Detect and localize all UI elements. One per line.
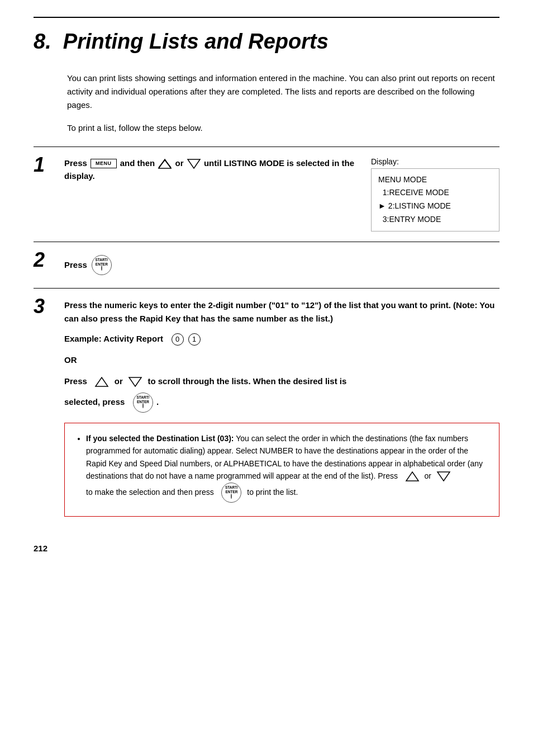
step1-display: Display: MENU MODE 1:RECEIVE MODE ► 2:LI… [371,157,499,231]
start-enter-button[interactable]: START/ENTER [92,255,112,275]
display-line-4: 3:ENTRY MODE [378,213,492,226]
display-line-2: 1:RECEIVE MODE [378,186,492,200]
page-wrapper: 8. Printing Lists and Reports You can pr… [0,0,533,575]
note-box: If you selected the Destination List (03… [64,423,499,517]
step-2: 2 Press START/ENTER [34,242,499,289]
chapter-number: 8. [34,30,51,53]
step-3: 3 Press the numeric keys to enter the 2-… [34,289,499,527]
num-key-1: 1 [188,333,201,346]
scroll-press-label: Press [64,376,87,386]
scroll-down-arrow[interactable] [128,376,142,388]
selected-period: . [156,397,159,407]
or-text: OR [64,353,499,367]
chapter-title: 8. Printing Lists and Reports [34,29,499,55]
menu-btn-label: MENU [96,160,112,167]
num-key-0: 0 [172,333,184,346]
note-list: If you selected the Destination List (03… [86,432,488,503]
start-enter-inner-circle [101,266,102,271]
menu-button[interactable]: MENU [91,159,117,168]
top-rule [34,17,499,18]
note-item-1: If you selected the Destination List (03… [86,432,488,503]
scroll-line: Press or to scrol [64,375,499,388]
step1-instruction: Press MENU and then [64,157,360,183]
display-line-3: ► 2:LISTING MODE [378,200,492,213]
step-1-number: 1 [34,155,64,175]
chapter-title-text: Printing Lists and Reports [63,30,329,53]
scroll-or-text: or [115,376,123,386]
selected-press-label: selected, press [64,397,125,407]
step2-content: Press START/ENTER [64,252,113,278]
selected-press-line: selected, press START/ENTER . [64,393,499,413]
step1-or-text: or [175,158,184,168]
step-3-number: 3 [34,296,64,316]
step1-text: Press MENU and then [64,157,360,183]
intro-paragraph1: You can print lists showing settings and… [67,72,499,112]
note-inner-circle [231,494,232,499]
step-1: 1 Press MENU and then [34,147,499,242]
svg-marker-3 [96,377,108,386]
display-line-1: MENU MODE [378,173,492,187]
down-arrow-button[interactable] [187,158,201,170]
step3-content: Press the numeric keys to enter the 2-di… [64,299,499,517]
note-text-3: to make the selection and then press [86,488,214,497]
note-or-text: or [424,471,431,480]
step-2-number: 2 [34,250,64,270]
note-text-4: to print the list. [247,488,298,497]
up-arrow-button[interactable] [158,158,172,170]
selected-start-enter-button[interactable]: START/ENTER [133,393,153,413]
display-label: Display: [371,157,499,166]
page-number: 212 [34,544,499,553]
selected-inner-circle [142,403,144,408]
svg-marker-2 [188,159,200,168]
svg-marker-6 [437,472,450,481]
step1-and-then: and then [120,158,155,168]
step3-main-text: Press the numeric keys to enter the 2-di… [64,299,499,325]
note-start-enter-button[interactable]: START/ENTER [221,483,241,503]
scroll-up-arrow[interactable] [94,376,109,388]
example-line: Example: Activity Report 0 1 [64,332,499,346]
note-bold-phrase: If you selected the Destination List (03… [86,434,234,443]
note-down-arrow[interactable] [436,470,451,483]
example-label: Example: Activity Report [64,334,163,343]
intro-paragraph2: To print a list, follow the steps below. [67,123,499,133]
svg-marker-4 [129,377,141,386]
svg-marker-5 [406,472,418,481]
step2-press-label: Press [64,260,87,270]
display-box: MENU MODE 1:RECEIVE MODE ► 2:LISTING MOD… [371,168,499,231]
display-arrow: ► [378,200,386,213]
note-up-arrow[interactable] [405,470,420,483]
steps-area: 1 Press MENU and then [34,147,499,527]
scroll-text-part3: to scroll through the lists. When the de… [147,376,346,386]
step1-press-label: Press [64,158,87,168]
